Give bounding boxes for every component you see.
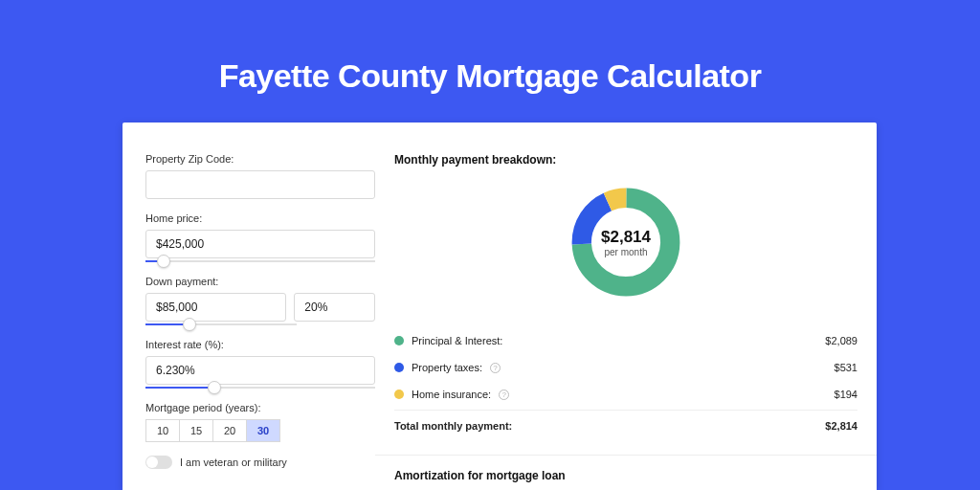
veteran-toggle[interactable] — [145, 456, 172, 469]
breakdown-row-principal: Principal & Interest: $2,089 — [394, 327, 858, 354]
slider-thumb-icon[interactable] — [157, 255, 170, 268]
down-payment-label: Down payment: — [145, 276, 375, 287]
toggle-knob-icon — [146, 457, 158, 468]
period-buttons: 10 15 20 30 — [145, 419, 375, 442]
breakdown-value: $2,089 — [825, 335, 858, 346]
page-title: Fayette County Mortgage Calculator — [0, 0, 980, 95]
total-label: Total monthly payment: — [394, 420, 512, 432]
interest-slider[interactable] — [145, 387, 375, 389]
info-icon[interactable]: ? — [499, 390, 509, 400]
period-option-10[interactable]: 10 — [145, 419, 180, 442]
home-price-label: Home price: — [145, 212, 375, 224]
zip-label: Property Zip Code: — [145, 153, 375, 165]
donut-chart: $2,814 per month — [568, 184, 684, 301]
breakdown-label: Home insurance: — [412, 389, 491, 400]
veteran-label: I am veteran or military — [180, 457, 287, 468]
home-price-input[interactable] — [145, 230, 375, 258]
down-payment-slider[interactable] — [145, 323, 297, 325]
total-value: $2,814 — [825, 420, 858, 432]
donut-amount: $2,814 — [601, 228, 651, 247]
info-icon[interactable]: ? — [490, 363, 501, 373]
interest-label: Interest rate (%): — [145, 339, 375, 350]
breakdown-value: $194 — [835, 389, 858, 400]
period-option-20[interactable]: 20 — [212, 419, 247, 442]
breakdown-heading: Monthly payment breakdown: — [394, 153, 858, 167]
form-panel: Property Zip Code: Home price: Down paym… — [145, 153, 375, 490]
divider — [375, 455, 877, 456]
breakdown-label: Property taxes: — [412, 362, 482, 373]
period-option-30[interactable]: 30 — [246, 419, 280, 442]
home-price-slider[interactable] — [145, 260, 375, 262]
amortization-title: Amortization for mortgage loan — [394, 469, 858, 482]
breakdown-value: $531 — [835, 362, 858, 373]
period-option-15[interactable]: 15 — [179, 419, 213, 442]
dot-icon — [394, 363, 404, 372]
dot-icon — [394, 390, 404, 399]
down-payment-input[interactable] — [145, 293, 286, 322]
breakdown-row-taxes: Property taxes: ? $531 — [394, 354, 858, 381]
interest-input[interactable] — [145, 356, 375, 385]
breakdown-label: Principal & Interest: — [412, 335, 502, 346]
calculator-card: Property Zip Code: Home price: Down paym… — [122, 122, 877, 490]
breakdown-row-insurance: Home insurance: ? $194 — [394, 381, 858, 408]
breakdown-row-total: Total monthly payment: $2,814 — [394, 410, 858, 439]
down-payment-pct-input[interactable] — [294, 293, 375, 322]
dot-icon — [394, 336, 404, 345]
slider-thumb-icon[interactable] — [183, 318, 196, 331]
donut-sub: per month — [601, 247, 651, 257]
zip-input[interactable] — [145, 170, 375, 199]
breakdown-panel: Monthly payment breakdown: $2,814 per mo… — [394, 153, 858, 490]
slider-thumb-icon[interactable] — [208, 381, 221, 394]
period-label: Mortgage period (years): — [145, 402, 375, 413]
